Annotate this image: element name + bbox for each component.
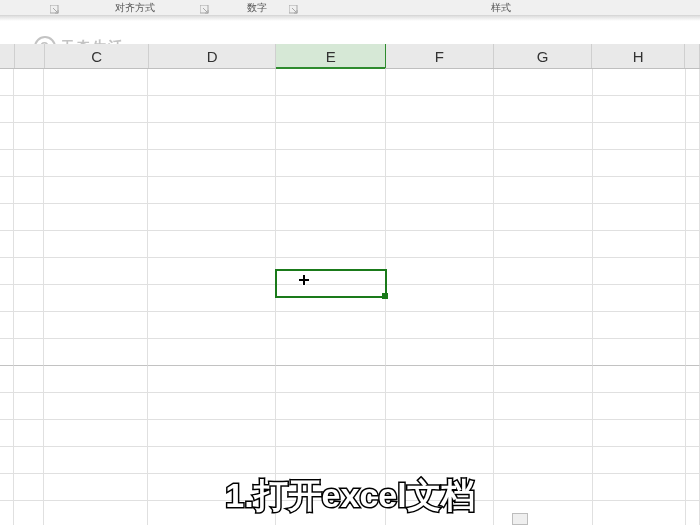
cell[interactable] <box>276 447 386 474</box>
table-row[interactable] <box>0 258 700 285</box>
cell[interactable] <box>276 312 386 339</box>
cell[interactable] <box>14 96 44 123</box>
column-header-selected[interactable]: E <box>276 44 386 68</box>
column-header[interactable]: C <box>45 44 149 68</box>
cell[interactable] <box>593 312 686 339</box>
table-row[interactable] <box>0 204 700 231</box>
cell[interactable] <box>386 231 494 258</box>
cell[interactable] <box>386 339 494 366</box>
cell[interactable] <box>44 393 148 420</box>
cell[interactable] <box>276 420 386 447</box>
cell[interactable] <box>686 420 700 447</box>
cell[interactable] <box>276 69 386 96</box>
cell[interactable] <box>148 447 276 474</box>
cell[interactable] <box>148 96 276 123</box>
cell[interactable] <box>44 150 148 177</box>
cell[interactable] <box>494 312 593 339</box>
cell[interactable] <box>14 258 44 285</box>
cell[interactable] <box>686 258 700 285</box>
cell[interactable] <box>148 231 276 258</box>
grid-rows[interactable] <box>0 69 700 525</box>
cell[interactable] <box>386 150 494 177</box>
cell[interactable] <box>386 312 494 339</box>
cell[interactable] <box>148 204 276 231</box>
cell[interactable] <box>44 231 148 258</box>
cell[interactable] <box>494 285 593 312</box>
cell[interactable] <box>386 177 494 204</box>
cell[interactable] <box>44 420 148 447</box>
cell[interactable] <box>0 447 14 474</box>
cell[interactable] <box>593 96 686 123</box>
column-headers[interactable]: C D E F G H <box>0 44 700 69</box>
cell[interactable] <box>14 69 44 96</box>
cell[interactable] <box>14 447 44 474</box>
cell[interactable] <box>686 69 700 96</box>
cell[interactable] <box>148 393 276 420</box>
cell[interactable] <box>593 177 686 204</box>
worksheet[interactable]: C D E F G H <box>0 44 700 525</box>
cell[interactable] <box>686 96 700 123</box>
cell[interactable] <box>494 339 593 366</box>
cell[interactable] <box>0 339 14 366</box>
cell[interactable] <box>593 204 686 231</box>
cell[interactable] <box>686 285 700 312</box>
column-header[interactable]: G <box>494 44 593 68</box>
cell[interactable] <box>386 366 494 393</box>
cell[interactable] <box>686 393 700 420</box>
table-row[interactable] <box>0 339 700 366</box>
cell[interactable] <box>686 150 700 177</box>
cell[interactable] <box>148 258 276 285</box>
column-header[interactable]: H <box>592 44 685 68</box>
cell[interactable] <box>0 231 14 258</box>
cell[interactable] <box>686 447 700 474</box>
cell[interactable] <box>44 258 148 285</box>
cell[interactable] <box>494 177 593 204</box>
cell[interactable] <box>0 393 14 420</box>
cell[interactable] <box>494 393 593 420</box>
cell[interactable] <box>44 204 148 231</box>
cell[interactable] <box>0 285 14 312</box>
cell[interactable] <box>0 96 14 123</box>
cell[interactable] <box>14 312 44 339</box>
cell[interactable] <box>44 69 148 96</box>
dialog-launcher-icon[interactable] <box>289 5 298 14</box>
cell[interactable] <box>14 420 44 447</box>
cell[interactable] <box>148 312 276 339</box>
column-header[interactable] <box>15 44 46 68</box>
cell[interactable] <box>44 366 148 393</box>
cell[interactable] <box>593 150 686 177</box>
table-row[interactable] <box>0 393 700 420</box>
cell[interactable] <box>14 123 44 150</box>
cell[interactable] <box>494 231 593 258</box>
cell[interactable] <box>148 177 276 204</box>
table-row[interactable] <box>0 447 700 474</box>
cell[interactable] <box>276 231 386 258</box>
cell[interactable] <box>44 96 148 123</box>
cell[interactable] <box>276 393 386 420</box>
cell[interactable] <box>14 285 44 312</box>
cell[interactable] <box>494 96 593 123</box>
cell[interactable] <box>593 420 686 447</box>
table-row[interactable] <box>0 312 700 339</box>
cell[interactable] <box>14 393 44 420</box>
cell[interactable] <box>14 177 44 204</box>
cell[interactable] <box>593 393 686 420</box>
cell[interactable] <box>494 366 593 393</box>
cell[interactable] <box>494 150 593 177</box>
cell[interactable] <box>0 258 14 285</box>
cell[interactable] <box>593 366 686 393</box>
column-header[interactable] <box>685 44 700 68</box>
cell[interactable] <box>386 69 494 96</box>
cell[interactable] <box>593 447 686 474</box>
cell[interactable] <box>14 231 44 258</box>
cell[interactable] <box>0 123 14 150</box>
cell[interactable] <box>686 312 700 339</box>
cell[interactable] <box>276 204 386 231</box>
cell[interactable] <box>0 204 14 231</box>
column-header[interactable]: D <box>149 44 276 68</box>
table-row[interactable] <box>0 231 700 258</box>
cell[interactable] <box>276 123 386 150</box>
column-header[interactable]: F <box>386 44 494 68</box>
cell[interactable] <box>593 123 686 150</box>
cell[interactable] <box>386 123 494 150</box>
